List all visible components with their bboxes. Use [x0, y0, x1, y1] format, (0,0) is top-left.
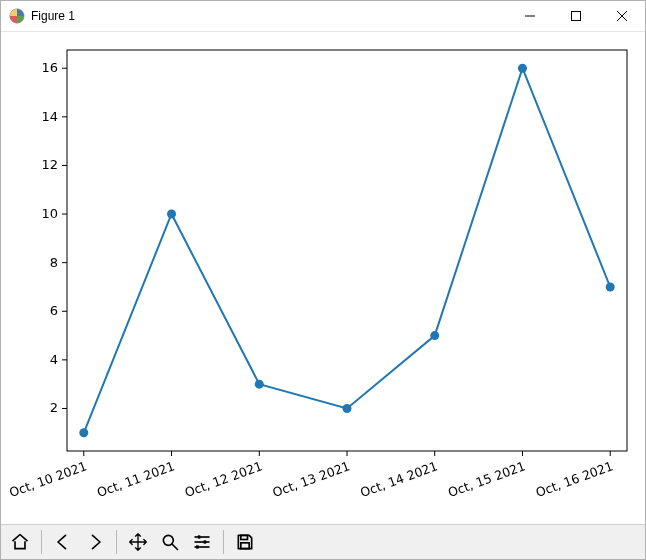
y-tick-label: 8 [50, 255, 58, 270]
arrow-left-icon [53, 532, 73, 552]
sliders-icon [192, 532, 212, 552]
window-title: Figure 1 [31, 9, 75, 23]
y-tick-label: 14 [41, 109, 58, 124]
close-button[interactable] [599, 1, 645, 31]
x-tick-label: Oct, 11 2021 [95, 458, 176, 500]
move-icon [128, 532, 148, 552]
data-marker [167, 210, 176, 219]
svg-rect-25 [198, 535, 201, 538]
minimize-button[interactable] [507, 1, 553, 31]
y-tick-label: 2 [50, 400, 58, 415]
y-tick-label: 12 [41, 157, 58, 172]
home-button[interactable] [5, 528, 35, 556]
home-icon [10, 532, 30, 552]
maximize-button[interactable] [553, 1, 599, 31]
data-marker [79, 428, 88, 437]
data-marker [343, 404, 352, 413]
plot-area: 246810121416Oct, 10 2021Oct, 11 2021Oct,… [1, 32, 645, 524]
y-tick-label: 10 [41, 206, 58, 221]
y-tick-label: 4 [50, 352, 58, 367]
magnifier-icon [160, 532, 180, 552]
data-marker [430, 331, 439, 340]
svg-rect-26 [204, 540, 207, 543]
save-icon [235, 532, 255, 552]
back-button[interactable] [48, 528, 78, 556]
data-marker [255, 380, 264, 389]
titlebar: Figure 1 [1, 1, 645, 32]
x-tick-label: Oct, 13 2021 [270, 458, 351, 500]
x-tick-label: Oct, 10 2021 [7, 458, 88, 500]
svg-point-20 [163, 535, 173, 545]
svg-rect-2 [572, 12, 581, 21]
arrow-right-icon [85, 532, 105, 552]
x-tick-label: Oct, 15 2021 [446, 458, 527, 500]
axes-frame [67, 50, 627, 451]
forward-button[interactable] [80, 528, 110, 556]
svg-rect-29 [241, 543, 249, 549]
x-tick-label: Oct, 12 2021 [183, 458, 264, 500]
zoom-button[interactable] [155, 528, 185, 556]
svg-rect-28 [241, 535, 248, 539]
configure-button[interactable] [187, 528, 217, 556]
app-icon [9, 8, 25, 24]
pan-button[interactable] [123, 528, 153, 556]
y-tick-label: 6 [50, 303, 58, 318]
toolbar-separator [41, 530, 42, 554]
data-marker [518, 64, 527, 73]
line-chart: 246810121416Oct, 10 2021Oct, 11 2021Oct,… [1, 32, 645, 526]
x-tick-label: Oct, 16 2021 [534, 458, 615, 500]
figure-window: Figure 1 246810121416Oct, 10 2021Oct, 11… [0, 0, 646, 560]
y-tick-label: 16 [41, 60, 58, 75]
save-button[interactable] [230, 528, 260, 556]
svg-rect-27 [196, 545, 199, 548]
toolbar-separator [223, 530, 224, 554]
data-marker [606, 282, 615, 291]
toolbar-separator [116, 530, 117, 554]
svg-line-21 [173, 545, 178, 550]
matplotlib-toolbar [1, 524, 645, 559]
x-tick-label: Oct, 14 2021 [358, 458, 439, 500]
